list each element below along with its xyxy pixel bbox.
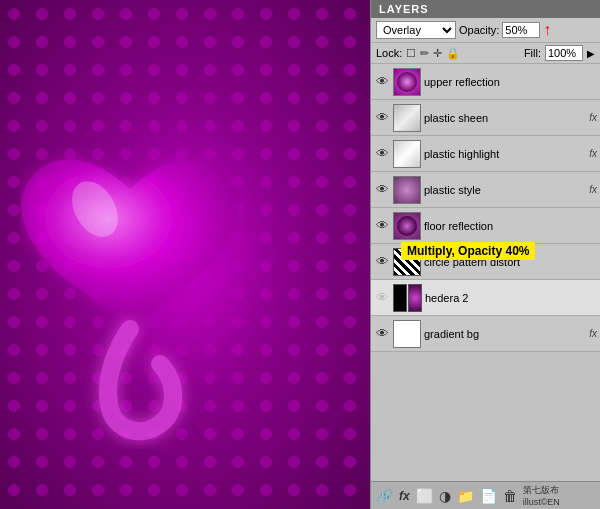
fx-badge: fx xyxy=(589,148,597,159)
layer-name: hedera 2 xyxy=(425,292,597,304)
opacity-input[interactable] xyxy=(502,22,540,38)
layer-name: plastic style xyxy=(424,184,584,196)
link-icon[interactable]: 🔗 xyxy=(376,488,393,504)
opacity-label: Opacity: xyxy=(459,24,499,36)
trash-icon[interactable]: 🗑 xyxy=(503,488,517,504)
fx-badge: fx xyxy=(589,112,597,123)
layer-row[interactable]: 👁 plastic style fx xyxy=(371,172,600,208)
fx-icon[interactable]: fx xyxy=(399,489,410,503)
layers-panel: LAYERS Overlay Normal Multiply Opacity: … xyxy=(370,0,600,509)
layer-thumbnail xyxy=(393,212,421,240)
layer-row[interactable]: 👁 gradient bg fx xyxy=(371,316,600,352)
layer-name: floor reflection xyxy=(424,220,597,232)
lock-label: Lock: xyxy=(376,47,402,59)
layer-row[interactable]: 👁 plastic sheen fx xyxy=(371,100,600,136)
layer-name: upper reflection xyxy=(424,76,597,88)
lock-checkbox[interactable]: ☐ xyxy=(406,47,416,60)
layer-row[interactable]: 👁 upper reflection ← xyxy=(371,64,600,100)
visibility-icon[interactable]: 👁 xyxy=(374,146,390,162)
mask-icon[interactable]: ⬜ xyxy=(416,488,433,504)
layers-bottom-toolbar: 🔗 fx ⬜ ◑ 📁 📄 🗑 第七版布 illust©EN xyxy=(371,481,600,509)
watermark-text: 第七版布 illust©EN xyxy=(523,484,595,507)
blend-mode-row: Overlay Normal Multiply Opacity: ↑ xyxy=(371,18,600,43)
lock-row: Lock: ☐ ✏ ✛ 🔒 Fill: ▶ xyxy=(371,43,600,64)
folder-icon[interactable]: 📁 xyxy=(457,488,474,504)
canvas-area xyxy=(0,0,370,509)
fx-badge: fx xyxy=(589,184,597,195)
opacity-arrow: ↑ xyxy=(543,21,551,39)
layer-row[interactable]: 👁 hedera 2 xyxy=(371,280,600,316)
svg-point-1 xyxy=(397,72,417,92)
visibility-icon[interactable]: 👁 xyxy=(374,110,390,126)
fill-input[interactable] xyxy=(545,45,583,61)
visibility-icon[interactable]: 👁 xyxy=(374,218,390,234)
layer-row[interactable]: 👁 floor reflection ← xyxy=(371,208,600,244)
layers-list: 👁 upper reflection ← 👁 plastic sheen fx … xyxy=(371,64,600,481)
adjustment-icon[interactable]: ◑ xyxy=(439,488,451,504)
layer-thumbnail xyxy=(393,140,421,168)
layers-panel-title: LAYERS xyxy=(371,0,600,18)
layer-thumbnail-content xyxy=(408,284,422,312)
layer-name: plastic sheen xyxy=(424,112,584,124)
layer-row[interactable]: 👁 circle pattern distort Multiply, Opaci… xyxy=(371,244,600,280)
paint-lock-icon[interactable]: ✏ xyxy=(420,47,429,60)
layer-name: plastic highlight xyxy=(424,148,584,160)
blend-mode-select[interactable]: Overlay Normal Multiply xyxy=(376,21,456,39)
svg-point-2 xyxy=(397,216,417,236)
visibility-icon[interactable]: 👁 xyxy=(374,254,390,270)
visibility-icon[interactable]: 👁 xyxy=(374,74,390,90)
layer-thumbnail xyxy=(393,320,421,348)
layer-thumbnail-mask xyxy=(393,284,407,312)
visibility-icon[interactable]: 👁 xyxy=(374,326,390,342)
layer-name: gradient bg xyxy=(424,328,584,340)
visibility-icon-hidden[interactable]: 👁 xyxy=(374,290,390,306)
fill-label: Fill: xyxy=(524,47,541,59)
fill-arrow[interactable]: ▶ xyxy=(587,48,595,59)
layer-thumbnail xyxy=(393,104,421,132)
layer-thumbnail xyxy=(393,176,421,204)
visibility-icon[interactable]: 👁 xyxy=(374,182,390,198)
heart-illustration xyxy=(20,129,240,449)
new-layer-icon[interactable]: 📄 xyxy=(480,488,497,504)
fx-badge: fx xyxy=(589,328,597,339)
layer-row[interactable]: 👁 plastic highlight fx xyxy=(371,136,600,172)
layer-thumbnail xyxy=(393,68,421,96)
lock-all-icon[interactable]: 🔒 xyxy=(446,47,460,60)
layer-tooltip: Multiply, Opacity 40% xyxy=(401,242,535,260)
move-lock-icon[interactable]: ✛ xyxy=(433,47,442,60)
